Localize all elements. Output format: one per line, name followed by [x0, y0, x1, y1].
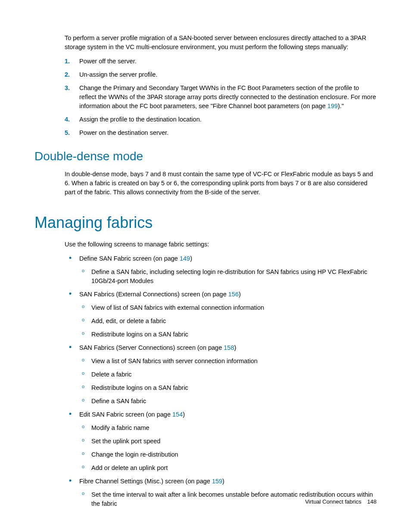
page-link[interactable]: 199	[327, 103, 338, 109]
footer-page-number: 148	[367, 498, 377, 505]
sub-item: View a list of SAN fabrics with server c…	[79, 357, 377, 366]
page-link[interactable]: 154	[172, 411, 183, 418]
step-number: 2.	[65, 70, 70, 79]
page-link[interactable]: 158	[224, 344, 234, 351]
step-text: Change the Primary and Secondary Target …	[79, 84, 376, 109]
bullet-define-san: Define SAN Fabric screen (on page 149) D…	[65, 254, 377, 286]
sub-item: Define a SAN fabric	[79, 397, 377, 406]
step-1: 1.Power off the server.	[65, 57, 377, 66]
managing-fabrics-list: Define SAN Fabric screen (on page 149) D…	[65, 254, 377, 508]
double-dense-body: In double-dense mode, bays 7 and 8 must …	[65, 170, 377, 197]
sub-item: Delete a fabric	[79, 370, 377, 379]
intro-paragraph: To perform a server profile migration of…	[65, 34, 377, 52]
step-text: Un-assign the server profile.	[79, 71, 157, 78]
step-5: 5.Power on the destination server.	[65, 128, 377, 137]
footer-section: Virtual Connect fabrics	[305, 498, 361, 505]
step-text: Power on the destination server.	[79, 129, 168, 136]
page-link[interactable]: 156	[228, 291, 239, 298]
bullet-san-external: SAN Fabrics (External Connections) scree…	[65, 290, 377, 339]
bullet-edit-san: Edit SAN Fabric screen (on page 154) Mod…	[65, 410, 377, 473]
step-text: Power off the server.	[79, 58, 137, 65]
sub-item: Set the uplink port speed	[79, 437, 377, 446]
step-2: 2.Un-assign the server profile.	[65, 70, 377, 79]
steps-list: 1.Power off the server. 2.Un-assign the …	[65, 57, 377, 137]
sub-item: Redistribute logins on a SAN fabric	[79, 330, 377, 339]
sub-item: Change the login re-distribution	[79, 450, 377, 459]
step-3: 3.Change the Primary and Secondary Targe…	[65, 84, 377, 111]
page-link[interactable]: 159	[212, 478, 222, 485]
sub-item: Define a SAN fabric, including selecting…	[79, 268, 377, 286]
step-number: 4.	[65, 115, 70, 124]
heading-managing-fabrics: Managing fabrics	[34, 212, 377, 234]
sub-item: Add or delete an uplink port	[79, 464, 377, 473]
page-footer: Virtual Connect fabrics 148	[305, 498, 377, 506]
sub-item: Modify a fabric name	[79, 423, 377, 432]
sub-item: View of list of SAN fabrics with externa…	[79, 303, 377, 312]
step-4: 4.Assign the profile to the destination …	[65, 115, 377, 124]
step-number: 3.	[65, 84, 70, 93]
heading-double-dense: Double-dense mode	[34, 148, 377, 165]
step-number: 5.	[65, 128, 70, 137]
page-link[interactable]: 149	[180, 255, 190, 262]
bullet-san-server: SAN Fabrics (Server Connections) screen …	[65, 343, 377, 406]
step-text: Assign the profile to the destination lo…	[79, 116, 202, 123]
sub-item: Add, edit, or delete a fabric	[79, 317, 377, 326]
step-number: 1.	[65, 57, 70, 66]
sub-item: Redistribute logins on a SAN fabric	[79, 383, 377, 392]
managing-fabrics-intro: Use the following screens to manage fabr…	[65, 240, 377, 249]
